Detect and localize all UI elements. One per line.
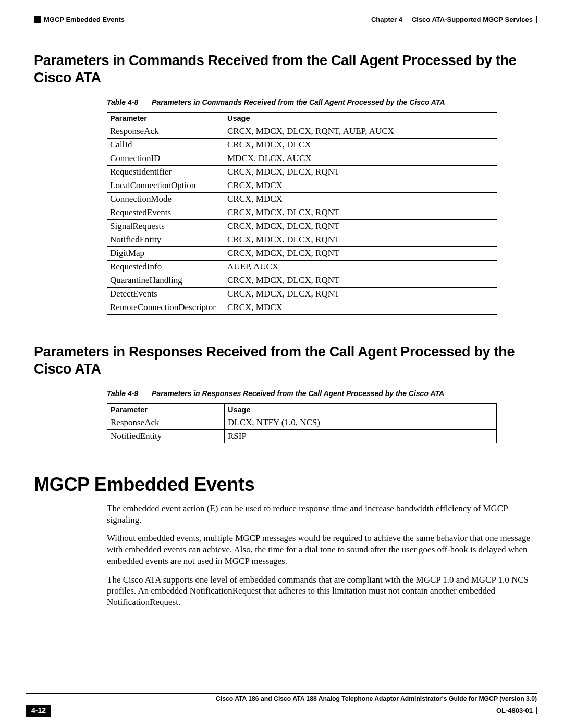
cell-parameter: ConnectionMode xyxy=(107,192,224,206)
table-row: DetectEventsCRCX, MDCX, DLCX, RQNT xyxy=(107,287,497,301)
cell-parameter: RequestIdentifier xyxy=(107,165,224,179)
table-caption-label: Table 4-8 xyxy=(107,98,138,106)
cell-parameter: RequestedInfo xyxy=(107,260,224,274)
page-footer: Cisco ATA 186 and Cisco ATA 188 Analog T… xyxy=(26,693,537,717)
table-row: RequestedInfoAUEP, AUCX xyxy=(107,260,497,274)
cell-usage: CRCX, MDCX, DLCX, RQNT xyxy=(224,219,497,233)
header-right: Chapter 4 Cisco ATA-Supported MGCP Servi… xyxy=(371,16,537,23)
table-row: DigitMapCRCX, MDCX, DLCX, RQNT xyxy=(107,246,497,260)
header-section-label: MGCP Embedded Events xyxy=(44,16,125,23)
header-chapter-title: Cisco ATA-Supported MGCP Services xyxy=(412,16,533,23)
body-paragraph: The embedded event action (E) can be use… xyxy=(107,503,537,526)
body-text: The embedded event action (E) can be use… xyxy=(107,503,537,608)
table-caption-text: Parameters in Responses Received from th… xyxy=(152,389,444,398)
cell-parameter: ConnectionID xyxy=(107,152,224,165)
cell-parameter: QuarantineHandling xyxy=(107,274,224,287)
footer-row: 4-12 OL-4803-01 xyxy=(26,705,537,717)
table-responses: Parameter Usage ResponseAckDLCX, NTFY (1… xyxy=(107,403,497,443)
cell-parameter: SignalRequests xyxy=(107,219,224,233)
col-header-parameter: Parameter xyxy=(107,403,225,416)
table-row: QuarantineHandlingCRCX, MDCX, DLCX, RQNT xyxy=(107,274,497,287)
body-paragraph: Without embedded events, multiple MGCP m… xyxy=(107,533,537,566)
body-paragraph: The Cisco ATA supports one level of embe… xyxy=(107,574,537,608)
cell-parameter: RequestedEvents xyxy=(107,206,224,219)
table-row: RemoteConnectionDescriptorCRCX, MDCX xyxy=(107,301,497,314)
table-header-row: Parameter Usage xyxy=(107,112,497,125)
col-header-usage: Usage xyxy=(224,112,497,125)
table-caption-49: Table 4-9 Parameters in Responses Receiv… xyxy=(107,389,537,398)
cell-usage: CRCX, MDCX, DLCX xyxy=(224,138,497,152)
table-row: ResponseAckCRCX, MDCX, DLCX, RQNT, AUEP,… xyxy=(107,125,497,138)
table-row: ConnectionModeCRCX, MDCX xyxy=(107,192,497,206)
table-row: NotifiedEntityCRCX, MDCX, DLCX, RQNT xyxy=(107,233,497,246)
col-header-usage: Usage xyxy=(225,403,497,416)
table-caption-48: Table 4-8 Parameters in Commands Receive… xyxy=(107,98,537,106)
cell-usage: CRCX, MDCX, DLCX, RQNT xyxy=(224,233,497,246)
cell-parameter: DigitMap xyxy=(107,246,224,260)
cell-parameter: RemoteConnectionDescriptor xyxy=(107,301,224,314)
table-row: ResponseAckDLCX, NTFY (1.0, NCS) xyxy=(107,416,497,429)
document-page: MGCP Embedded Events Chapter 4 Cisco ATA… xyxy=(0,0,563,728)
page-number: 4-12 xyxy=(26,705,51,717)
table-row: ConnectionIDMDCX, DLCX, AUCX xyxy=(107,152,497,165)
cell-usage: CRCX, MDCX, DLCX, RQNT xyxy=(224,287,497,301)
cell-parameter: DetectEvents xyxy=(107,287,224,301)
table-header-row: Parameter Usage xyxy=(107,403,497,416)
footer-right: OL-4803-01 xyxy=(496,707,537,714)
cell-usage: CRCX, MDCX, DLCX, RQNT xyxy=(224,165,497,179)
table-row: NotifiedEntityRSIP xyxy=(107,429,497,443)
footer-guide-title: Cisco ATA 186 and Cisco ATA 188 Analog T… xyxy=(26,694,537,705)
table-row: CallIdCRCX, MDCX, DLCX xyxy=(107,138,497,152)
table-row: SignalRequestsCRCX, MDCX, DLCX, RQNT xyxy=(107,219,497,233)
cell-parameter: ResponseAck xyxy=(107,416,225,429)
cell-usage: CRCX, MDCX, DLCX, RQNT xyxy=(224,274,497,287)
cell-usage: AUEP, AUCX xyxy=(224,260,497,274)
cell-usage: CRCX, MDCX xyxy=(224,192,497,206)
running-header: MGCP Embedded Events Chapter 4 Cisco ATA… xyxy=(34,16,537,23)
table-row: RequestIdentifierCRCX, MDCX, DLCX, RQNT xyxy=(107,165,497,179)
cell-usage: CRCX, MDCX, DLCX, RQNT xyxy=(224,246,497,260)
cell-usage: RSIP xyxy=(225,429,497,443)
major-section-title: MGCP Embedded Events xyxy=(34,474,537,496)
header-divider-icon xyxy=(536,16,537,23)
table-row: LocalConnectionOptionCRCX, MDCX xyxy=(107,179,497,192)
table-caption-text: Parameters in Commands Received from the… xyxy=(152,98,445,106)
cell-parameter: ResponseAck xyxy=(107,125,224,138)
cell-parameter: LocalConnectionOption xyxy=(107,179,224,192)
footer-doc-id: OL-4803-01 xyxy=(496,707,533,714)
header-left: MGCP Embedded Events xyxy=(34,16,125,23)
cell-usage: CRCX, MDCX, DLCX, RQNT, AUEP, AUCX xyxy=(224,125,497,138)
header-square-icon xyxy=(34,16,41,23)
footer-divider-icon xyxy=(536,707,537,714)
table-commands: Parameter Usage ResponseAckCRCX, MDCX, D… xyxy=(107,112,497,315)
cell-usage: DLCX, NTFY (1.0, NCS) xyxy=(225,416,497,429)
section-title-commands: Parameters in Commands Received from the… xyxy=(34,52,537,87)
table-row: RequestedEventsCRCX, MDCX, DLCX, RQNT xyxy=(107,206,497,219)
header-chapter-label: Chapter 4 xyxy=(371,16,402,23)
cell-usage: CRCX, MDCX xyxy=(224,179,497,192)
cell-usage: MDCX, DLCX, AUCX xyxy=(224,152,497,165)
cell-parameter: CallId xyxy=(107,138,224,152)
cell-parameter: NotifiedEntity xyxy=(107,233,224,246)
cell-usage: CRCX, MDCX, DLCX, RQNT xyxy=(224,206,497,219)
section-title-responses: Parameters in Responses Received from th… xyxy=(34,343,537,378)
cell-usage: CRCX, MDCX xyxy=(224,301,497,314)
col-header-parameter: Parameter xyxy=(107,112,224,125)
table-caption-label: Table 4-9 xyxy=(107,389,138,398)
cell-parameter: NotifiedEntity xyxy=(107,429,225,443)
